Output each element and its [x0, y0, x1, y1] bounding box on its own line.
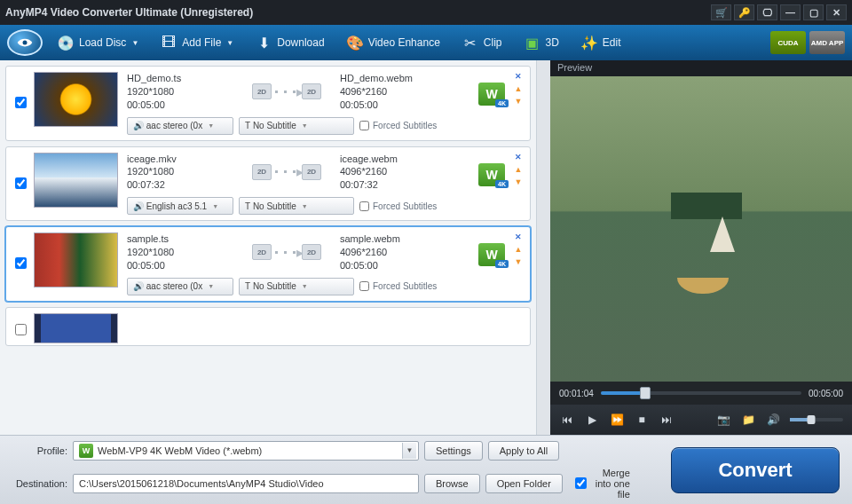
edit-button[interactable]: ✨Edit	[572, 30, 630, 55]
move-up-icon[interactable]: ▲	[515, 245, 523, 254]
maximize-button[interactable]: ▢	[803, 4, 824, 20]
format-badge[interactable]: W	[475, 232, 509, 277]
source-res: 1920*1080	[127, 246, 233, 259]
thumbnail[interactable]	[34, 72, 118, 127]
move-down-icon[interactable]: ▼	[515, 177, 523, 186]
subtitle-select[interactable]: T No Subtitle▼	[239, 117, 354, 135]
source-name: HD_demo.ts	[127, 72, 233, 85]
load-disc-button[interactable]: 💿Load Disc▼	[48, 30, 147, 55]
text-icon: T	[245, 201, 250, 211]
next-button[interactable]: ⏭	[659, 412, 674, 428]
seek-bar[interactable]	[601, 391, 801, 395]
format-badge[interactable]: W	[475, 72, 509, 116]
bottom-bar: Profile: W WebM-VP9 4K WebM Video (*.web…	[0, 435, 852, 504]
chevron-down-icon: ▼	[302, 203, 308, 209]
forced-subtitles-checkbox[interactable]: Forced Subtitles	[359, 121, 437, 130]
profile-select[interactable]: W WebM-VP9 4K WebM Video (*.webm) ▼	[73, 441, 419, 461]
dest-name: sample.webm	[340, 232, 446, 246]
stop-button[interactable]: ■	[634, 412, 650, 428]
conversion-arrow: 2D ▸ 2D	[233, 163, 340, 180]
volume-icon[interactable]: 🔊	[765, 412, 781, 428]
cube-icon: ▣	[523, 34, 540, 51]
list-item[interactable]: sample.ts 1920*1080 00:05:00 2D ▸ 2D sam…	[5, 226, 531, 302]
list-item[interactable]: HD_demo.ts 1920*1080 00:05:00 2D ▸ 2D HD…	[5, 66, 531, 141]
key-icon[interactable]: 🔑	[734, 4, 754, 20]
item-checkbox[interactable]	[15, 97, 27, 108]
fast-forward-button[interactable]: ⏩	[609, 412, 625, 428]
app-title: AnyMP4 Video Converter Ultimate (Unregis…	[5, 6, 253, 19]
open-folder-button[interactable]: 📁	[740, 412, 756, 428]
conversion-arrow: 2D ▸ 2D	[233, 83, 340, 100]
item-checkbox[interactable]	[15, 324, 27, 335]
palette-icon: 🎨	[346, 34, 364, 51]
app-logo-icon	[7, 29, 43, 56]
source-dur: 00:05:00	[127, 259, 233, 272]
clip-button[interactable]: ✂Clip	[453, 30, 511, 55]
minimize-button[interactable]: —	[780, 4, 801, 20]
chevron-down-icon: ▼	[302, 122, 308, 129]
audio-track-select[interactable]: 🔊 English ac3 5.1▼	[127, 197, 233, 215]
remove-item-icon[interactable]: ✕	[515, 72, 522, 81]
browse-button[interactable]: Browse	[424, 474, 480, 493]
settings-button[interactable]: Settings	[424, 441, 483, 461]
play-button[interactable]: ▶	[584, 412, 600, 428]
item-checkbox[interactable]	[15, 177, 27, 189]
forced-subtitles-checkbox[interactable]: Forced Subtitles	[359, 281, 437, 291]
remove-item-icon[interactable]: ✕	[515, 153, 522, 161]
dest-res: 4096*2160	[340, 85, 446, 98]
item-checkbox[interactable]	[15, 257, 27, 269]
dest-name: HD_demo.webm	[340, 72, 446, 85]
wand-icon: ✨	[580, 34, 598, 51]
three-d-button[interactable]: ▣3D	[514, 30, 567, 55]
source-res: 1920*1080	[127, 85, 233, 98]
file-list-panel: HD_demo.ts 1920*1080 00:05:00 2D ▸ 2D HD…	[0, 60, 550, 435]
cart-icon[interactable]: 🛒	[711, 4, 731, 20]
download-button[interactable]: ⬇Download	[246, 30, 333, 55]
thumbnail[interactable]	[34, 313, 118, 343]
chevron-down-icon: ▼	[402, 443, 416, 459]
volume-slider[interactable]	[790, 418, 843, 421]
merge-checkbox[interactable]: Merge into one file	[575, 468, 630, 500]
snapshot-button[interactable]: 📷	[715, 412, 731, 428]
screen-icon[interactable]: 🖵	[757, 4, 777, 20]
close-button[interactable]: ✕	[826, 4, 847, 20]
cuda-badge: CUDA	[770, 31, 806, 54]
source-dur: 00:07:32	[127, 178, 233, 192]
move-down-icon[interactable]: ▼	[515, 257, 523, 266]
convert-button[interactable]: Convert	[671, 447, 840, 493]
add-file-button[interactable]: 🎞Add File▼	[151, 30, 242, 55]
list-item[interactable]: iceage.mkv 1920*1080 00:07:32 2D ▸ 2D ic…	[5, 146, 531, 222]
conversion-arrow: 2D ▸ 2D	[233, 244, 340, 261]
time-total: 00:05:00	[809, 389, 843, 398]
preview-viewport[interactable]	[550, 76, 852, 382]
thumbnail[interactable]	[34, 232, 118, 287]
chevron-down-icon: ▼	[226, 39, 233, 47]
destination-input[interactable]	[73, 474, 419, 493]
video-enhance-button[interactable]: 🎨Video Enhance	[337, 30, 449, 55]
remove-item-icon[interactable]: ✕	[515, 232, 522, 241]
format-badge[interactable]: W	[475, 153, 509, 197]
subtitle-select[interactable]: T No Subtitle▼	[239, 278, 354, 295]
list-item[interactable]	[5, 307, 531, 346]
open-folder-button[interactable]: Open Folder	[485, 474, 563, 493]
subtitle-select[interactable]: T No Subtitle▼	[239, 197, 354, 215]
dest-name: iceage.webm	[340, 153, 446, 166]
move-up-icon[interactable]: ▲	[515, 84, 523, 93]
chevron-down-icon: ▼	[208, 283, 214, 289]
chevron-down-icon: ▼	[131, 39, 138, 47]
scrollbar[interactable]	[536, 60, 550, 435]
text-icon: T	[245, 121, 250, 130]
apply-to-all-button[interactable]: Apply to All	[488, 441, 559, 461]
thumbnail[interactable]	[34, 153, 118, 208]
audio-track-select[interactable]: 🔊 aac stereo (0x▼	[127, 117, 233, 135]
audio-track-select[interactable]: 🔊 aac stereo (0x▼	[127, 278, 233, 295]
file-list: HD_demo.ts 1920*1080 00:05:00 2D ▸ 2D HD…	[0, 60, 536, 435]
prev-button[interactable]: ⏮	[559, 412, 575, 428]
move-down-icon[interactable]: ▼	[515, 97, 523, 106]
source-name: iceage.mkv	[127, 153, 233, 166]
chevron-down-icon: ▼	[302, 283, 308, 289]
move-up-icon[interactable]: ▲	[515, 165, 523, 174]
format-icon: W	[79, 444, 93, 458]
preview-label: Preview	[550, 60, 852, 76]
forced-subtitles-checkbox[interactable]: Forced Subtitles	[359, 201, 437, 211]
